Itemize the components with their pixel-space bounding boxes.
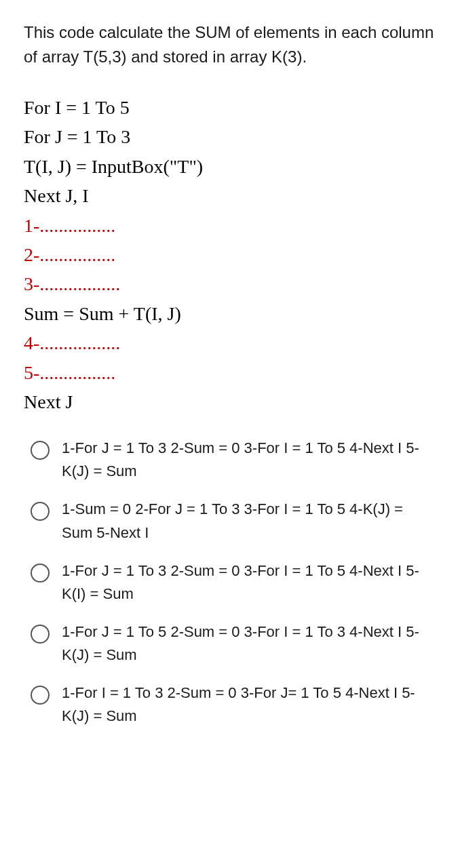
option-text-2: 1-Sum = 0 2-For J = 1 To 3 3-For I = 1 T…: [62, 498, 434, 544]
option-text-5: 1-For I = 1 To 3 2-Sum = 0 3-For J= 1 To…: [62, 682, 434, 728]
option-text-4: 1-For J = 1 To 5 2-Sum = 0 3-For I = 1 T…: [62, 620, 434, 667]
code-line-last: Next J: [24, 387, 434, 416]
option-2[interactable]: 1-Sum = 0 2-For J = 1 To 3 3-For I = 1 T…: [31, 498, 434, 544]
radio-icon[interactable]: [31, 441, 50, 460]
option-3[interactable]: 1-For J = 1 To 3 2-Sum = 0 3-For I = 1 T…: [31, 559, 434, 606]
code-line-eq: Sum = Sum + T(I, J): [24, 299, 434, 328]
code-line-2: For J = 1 To 3: [24, 122, 434, 151]
option-1[interactable]: 1-For J = 1 To 3 2-Sum = 0 3-For I = 1 T…: [31, 437, 434, 483]
radio-icon[interactable]: [31, 686, 50, 705]
code-blank-4: 4-.................: [24, 328, 434, 357]
code-line-1: For I = 1 To 5: [24, 93, 434, 122]
radio-icon[interactable]: [31, 502, 50, 521]
code-line-4: Next J, I: [24, 181, 434, 210]
option-text-3: 1-For J = 1 To 3 2-Sum = 0 3-For I = 1 T…: [62, 559, 434, 606]
options-list: 1-For J = 1 To 3 2-Sum = 0 3-For I = 1 T…: [31, 437, 434, 728]
option-5[interactable]: 1-For I = 1 To 3 2-Sum = 0 3-For J= 1 To…: [31, 682, 434, 728]
radio-icon[interactable]: [31, 625, 50, 644]
code-blank-2: 2-................: [24, 240, 434, 269]
radio-icon[interactable]: [31, 564, 50, 583]
code-blank-3: 3-.................: [24, 269, 434, 298]
code-blank-5: 5-................: [24, 358, 434, 387]
code-blank-1: 1-................: [24, 211, 434, 240]
code-block: For I = 1 To 5 For J = 1 To 3 T(I, J) = …: [24, 93, 434, 416]
option-4[interactable]: 1-For J = 1 To 5 2-Sum = 0 3-For I = 1 T…: [31, 620, 434, 667]
code-line-3: T(I, J) = InputBox("T"): [24, 152, 434, 181]
question-prompt: This code calculate the SUM of elements …: [24, 20, 434, 69]
option-text-1: 1-For J = 1 To 3 2-Sum = 0 3-For I = 1 T…: [62, 437, 434, 483]
